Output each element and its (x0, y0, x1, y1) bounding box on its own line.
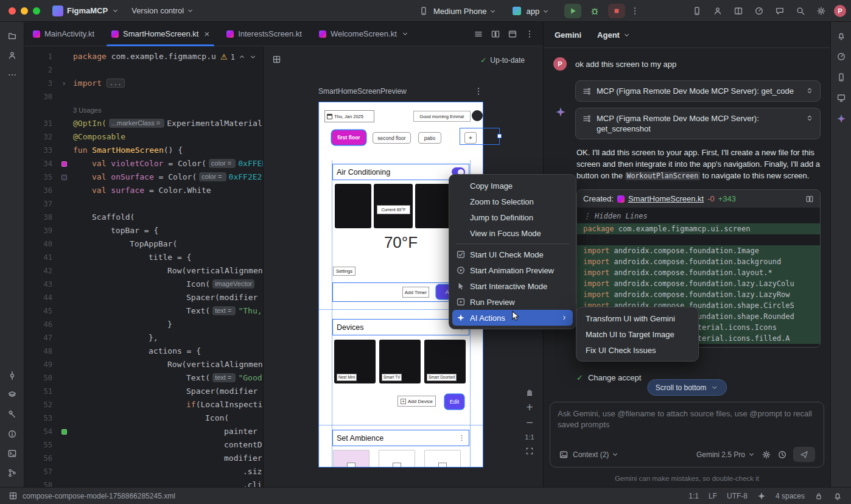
stop-button[interactable] (608, 4, 625, 18)
attach-image-icon[interactable] (559, 450, 569, 460)
run-config-selector[interactable]: app (526, 7, 550, 16)
chat-history-clock-icon[interactable] (777, 450, 787, 460)
greeting-label[interactable]: Good morning Emma! (413, 111, 471, 122)
editor-layout-icon[interactable] (730, 4, 746, 18)
running-devices-icon[interactable] (833, 90, 849, 106)
color-preview-swatch[interactable] (61, 429, 67, 435)
vcs-widget[interactable]: Version control (131, 6, 194, 15)
date-chip[interactable]: Thu, Jan 2025 (324, 110, 374, 122)
menu-item-jump-to-definition[interactable]: Jump to Definition (452, 209, 573, 225)
gemini-status-icon[interactable] (757, 492, 766, 500)
tab-welcomescreen-kt[interactable]: WelcomeScreen.kt (310, 22, 418, 46)
build-icon[interactable] (4, 407, 20, 422)
selection-bounds[interactable] (460, 128, 500, 145)
indent-config[interactable]: 4 spaces (776, 492, 805, 500)
settings-gear-icon[interactable] (813, 4, 829, 18)
notifications-icon[interactable] (833, 491, 842, 501)
fold-icon[interactable]: › (61, 77, 66, 90)
device-explorer-icon[interactable] (833, 69, 849, 85)
code-line[interactable]: 50Text(text = "Good (24, 371, 263, 385)
more-actions-kebab-icon[interactable] (630, 6, 640, 16)
device-card-smart-doorbell[interactable]: Smart Doorbell (424, 340, 466, 383)
inspection-widget[interactable]: ⚠ 1 (220, 52, 257, 61)
device-manager-icon[interactable] (689, 4, 705, 18)
code-line[interactable]: 32@Composable (24, 130, 263, 144)
settings-chip[interactable]: Settings (333, 267, 355, 276)
zoom-to-fit-icon[interactable] (525, 447, 534, 455)
hidden-lines-row[interactable]: ⋮Hidden Lines (577, 211, 820, 223)
code-line[interactable]: 49Row(verticalAlignmen (24, 358, 263, 371)
menu-item-start-ui-check-mode[interactable]: Start UI Check Mode (452, 247, 573, 262)
preview-layout-grid-icon[interactable] (272, 55, 281, 64)
tool-call-card[interactable]: MCP (Figma Remote Dev Mode MCP Server): … (575, 80, 821, 102)
tool-call-card[interactable]: MCP (Figma Remote Dev Mode MCP Server): … (575, 108, 821, 139)
usages-hint[interactable]: 3 Usages (24, 103, 263, 117)
code-line[interactable]: 55contentD (24, 438, 263, 452)
menu-item-start-interactive-mode[interactable]: Start Interactive Mode (452, 278, 573, 294)
gemini-icon[interactable] (833, 111, 849, 127)
profiler-icon[interactable] (833, 49, 849, 65)
zoom-level[interactable]: 1:1 (525, 433, 534, 441)
code-line[interactable]: 52if(LocalInspecti (24, 398, 263, 411)
ambience-card[interactable] (333, 450, 369, 467)
code-line[interactable]: 38Scaffold( (24, 211, 263, 224)
filter-chip-first-floor[interactable]: first floor (332, 130, 366, 145)
submenu-item-fix-ui-check-issues[interactable]: Fix UI Check Issues (580, 342, 695, 358)
filter-chip-patio[interactable]: patio (418, 132, 441, 144)
notifications-bell-icon[interactable] (833, 28, 849, 44)
chat-settings-gear-icon[interactable] (762, 450, 771, 460)
previous-issue-chevron-icon[interactable] (238, 53, 246, 61)
layers-icon[interactable] (4, 387, 20, 403)
code-line[interactable]: 44Spacer(modifier (24, 291, 263, 304)
editor-options-kebab-icon[interactable] (525, 29, 534, 39)
collaboration-icon[interactable] (4, 47, 20, 63)
chevron-down-icon[interactable] (401, 30, 409, 38)
kebab-icon[interactable]: ⋮ (458, 434, 465, 442)
scroll-to-bottom-button[interactable]: Scroll to bottom (647, 379, 727, 396)
tab-mainactivity-kt[interactable]: MainActivity.kt (24, 22, 103, 46)
color-preview-swatch[interactable] (61, 175, 67, 180)
code-with-me-icon[interactable] (710, 4, 726, 18)
menu-item-run-preview[interactable]: Run Preview (452, 294, 573, 310)
context-selector[interactable]: Context (2) (573, 450, 619, 459)
open-diff-icon[interactable] (805, 195, 814, 203)
code-line[interactable]: 42Row(verticalAlignmen (24, 264, 263, 278)
code-line[interactable]: 3›import ... (24, 77, 263, 90)
run-button[interactable] (564, 4, 581, 18)
file-encoding[interactable]: UTF-8 (727, 492, 748, 500)
commit-icon[interactable] (4, 368, 20, 383)
tab-agent[interactable]: Agent (597, 30, 631, 40)
code-line[interactable]: 48actions = { (24, 345, 263, 358)
code-line[interactable]: 41title = { (24, 251, 263, 264)
menu-item-copy-image[interactable]: Copy Image (452, 178, 573, 194)
project-switcher[interactable]: FigmaMCP (52, 5, 119, 16)
tab-gemini[interactable]: Gemini (555, 30, 581, 40)
search-everywhere-icon[interactable] (793, 4, 808, 18)
menu-item-ai-actions[interactable]: AI Actions (452, 310, 573, 326)
code-line[interactable]: 35val onSurface = Color(color = 0xFF2E2 (24, 170, 263, 184)
resize-handle[interactable] (497, 134, 502, 138)
expand-collapse-icon[interactable] (805, 114, 814, 122)
ambience-card[interactable] (379, 450, 415, 467)
profile-avatar[interactable] (472, 110, 483, 121)
code-line[interactable]: 39topBar = { (24, 224, 263, 237)
code-line[interactable]: 36val surface = Color.White (24, 184, 263, 197)
device-card-nest-mini[interactable]: Nest Mini (334, 340, 376, 383)
ac-image-card[interactable] (335, 184, 371, 228)
expand-collapse-icon[interactable] (805, 86, 814, 95)
minimize-window-button[interactable] (21, 7, 28, 15)
add-device-button[interactable]: + Add Device (397, 396, 436, 407)
editor-list-icon[interactable] (474, 29, 483, 39)
model-selector[interactable]: Gemini 2.5 Pro (696, 450, 755, 459)
tab-smarthomescreen-kt[interactable]: SmartHomeScreen.kt × (103, 22, 218, 46)
preview-title[interactable]: SmartHomeScreenPreview (318, 87, 407, 96)
ac-image-card[interactable] (415, 184, 452, 228)
more-tool-windows-icon[interactable] (4, 67, 20, 83)
line-separator[interactable]: LF (709, 492, 717, 500)
code-line[interactable]: 51Spacer(modifier (24, 385, 263, 398)
tab-interestsscreen-kt[interactable]: InterestsScreen.kt (218, 22, 310, 46)
terminal-icon[interactable] (4, 446, 20, 461)
color-preview-swatch[interactable] (61, 161, 67, 167)
code-line[interactable]: 58.cli (24, 478, 263, 487)
code-line[interactable]: 2 (24, 63, 263, 77)
